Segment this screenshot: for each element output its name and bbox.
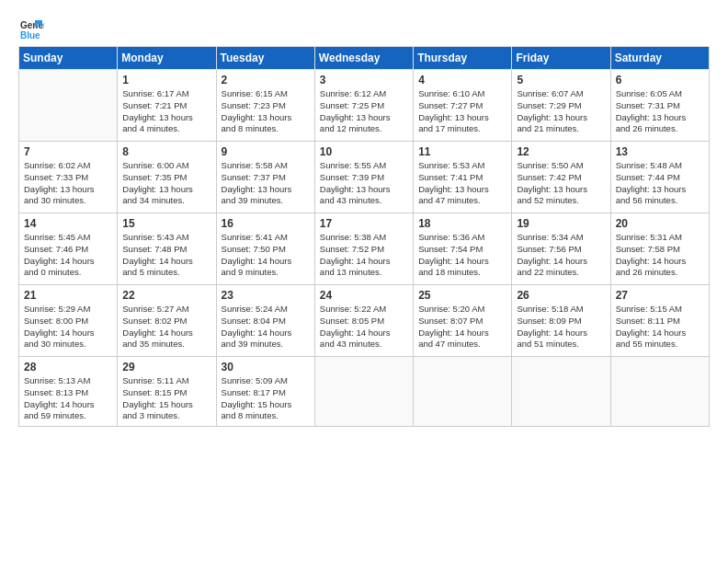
calendar-cell: 21Sunrise: 5:29 AMSunset: 8:00 PMDayligh… — [19, 285, 118, 357]
day-info: Sunrise: 6:05 AMSunset: 7:31 PMDaylight:… — [616, 88, 704, 135]
logo: General Blue — [18, 17, 44, 42]
day-info: Sunrise: 5:34 AMSunset: 7:56 PMDaylight:… — [517, 232, 605, 279]
calendar-cell: 10Sunrise: 5:55 AMSunset: 7:39 PMDayligh… — [314, 142, 413, 213]
day-number: 13 — [616, 145, 704, 158]
col-header-monday: Monday — [118, 47, 216, 70]
calendar-cell: 2Sunrise: 6:15 AMSunset: 7:23 PMDaylight… — [216, 70, 314, 142]
day-number: 16 — [222, 217, 310, 230]
calendar-cell — [19, 70, 118, 142]
day-info: Sunrise: 5:13 AMSunset: 8:13 PMDaylight:… — [24, 375, 112, 422]
calendar-cell: 25Sunrise: 5:20 AMSunset: 8:07 PMDayligh… — [414, 285, 512, 357]
day-info: Sunrise: 6:10 AMSunset: 7:27 PMDaylight:… — [418, 88, 506, 135]
calendar-cell — [414, 357, 512, 427]
day-number: 26 — [517, 289, 605, 302]
calendar-cell: 4Sunrise: 6:10 AMSunset: 7:27 PMDaylight… — [414, 70, 512, 142]
col-header-wednesday: Wednesday — [314, 47, 413, 70]
calendar-cell: 26Sunrise: 5:18 AMSunset: 8:09 PMDayligh… — [512, 285, 610, 357]
day-number: 9 — [222, 145, 310, 158]
day-info: Sunrise: 5:27 AMSunset: 8:02 PMDaylight:… — [122, 304, 210, 350]
calendar-cell: 12Sunrise: 5:50 AMSunset: 7:42 PMDayligh… — [512, 142, 610, 213]
day-info: Sunrise: 6:17 AMSunset: 7:21 PMDaylight:… — [122, 88, 210, 135]
day-info: Sunrise: 5:50 AMSunset: 7:42 PMDaylight:… — [517, 160, 605, 207]
day-info: Sunrise: 5:29 AMSunset: 8:00 PMDaylight:… — [24, 304, 112, 350]
day-info: Sunrise: 5:38 AMSunset: 7:52 PMDaylight:… — [320, 232, 408, 279]
day-info: Sunrise: 6:15 AMSunset: 7:23 PMDaylight:… — [222, 88, 310, 135]
day-info: Sunrise: 6:12 AMSunset: 7:25 PMDaylight:… — [320, 88, 408, 135]
calendar-cell: 18Sunrise: 5:36 AMSunset: 7:54 PMDayligh… — [414, 213, 512, 285]
day-info: Sunrise: 5:58 AMSunset: 7:37 PMDaylight:… — [222, 160, 310, 207]
day-number: 18 — [418, 217, 506, 230]
day-info: Sunrise: 5:45 AMSunset: 7:46 PMDaylight:… — [24, 232, 112, 279]
day-number: 3 — [320, 74, 408, 86]
calendar-cell: 13Sunrise: 5:48 AMSunset: 7:44 PMDayligh… — [610, 142, 709, 213]
day-info: Sunrise: 5:31 AMSunset: 7:58 PMDaylight:… — [616, 232, 704, 279]
day-info: Sunrise: 5:41 AMSunset: 7:50 PMDaylight:… — [222, 232, 310, 279]
day-info: Sunrise: 5:09 AMSunset: 8:17 PMDaylight:… — [222, 375, 310, 422]
day-number: 20 — [616, 217, 704, 230]
calendar-cell: 14Sunrise: 5:45 AMSunset: 7:46 PMDayligh… — [19, 213, 118, 285]
day-number: 24 — [320, 289, 408, 302]
calendar-cell: 28Sunrise: 5:13 AMSunset: 8:13 PMDayligh… — [19, 357, 118, 427]
calendar-cell: 11Sunrise: 5:53 AMSunset: 7:41 PMDayligh… — [414, 142, 512, 213]
col-header-thursday: Thursday — [414, 47, 512, 70]
day-info: Sunrise: 5:48 AMSunset: 7:44 PMDaylight:… — [616, 160, 704, 207]
day-info: Sunrise: 6:02 AMSunset: 7:33 PMDaylight:… — [24, 160, 112, 207]
day-number: 12 — [517, 145, 605, 158]
calendar-cell — [610, 357, 709, 427]
calendar-table: SundayMondayTuesdayWednesdayThursdayFrid… — [18, 46, 710, 427]
calendar-cell: 17Sunrise: 5:38 AMSunset: 7:52 PMDayligh… — [314, 213, 413, 285]
calendar-cell: 19Sunrise: 5:34 AMSunset: 7:56 PMDayligh… — [512, 213, 610, 285]
main-container: General Blue SundayMondayTuesdayWednesda… — [0, 0, 728, 436]
calendar-cell: 16Sunrise: 5:41 AMSunset: 7:50 PMDayligh… — [216, 213, 314, 285]
day-number: 4 — [418, 74, 506, 86]
calendar-cell: 30Sunrise: 5:09 AMSunset: 8:17 PMDayligh… — [216, 357, 314, 427]
calendar-cell: 8Sunrise: 6:00 AMSunset: 7:35 PMDaylight… — [118, 142, 216, 213]
day-number: 2 — [222, 74, 310, 86]
calendar-cell: 24Sunrise: 5:22 AMSunset: 8:05 PMDayligh… — [314, 285, 413, 357]
day-info: Sunrise: 5:15 AMSunset: 8:11 PMDaylight:… — [616, 304, 704, 350]
calendar-cell: 6Sunrise: 6:05 AMSunset: 7:31 PMDaylight… — [610, 70, 709, 142]
day-number: 29 — [122, 361, 210, 373]
calendar-cell: 29Sunrise: 5:11 AMSunset: 8:15 PMDayligh… — [118, 357, 216, 427]
day-number: 1 — [122, 74, 210, 86]
day-number: 27 — [616, 289, 704, 302]
day-number: 14 — [24, 217, 112, 230]
calendar-cell: 5Sunrise: 6:07 AMSunset: 7:29 PMDaylight… — [512, 70, 610, 142]
calendar-cell: 3Sunrise: 6:12 AMSunset: 7:25 PMDaylight… — [314, 70, 413, 142]
day-number: 30 — [222, 361, 310, 373]
calendar-cell — [512, 357, 610, 427]
calendar-cell — [314, 357, 413, 427]
calendar-cell: 9Sunrise: 5:58 AMSunset: 7:37 PMDaylight… — [216, 142, 314, 213]
day-number: 19 — [517, 217, 605, 230]
day-number: 23 — [222, 289, 310, 302]
calendar-cell: 15Sunrise: 5:43 AMSunset: 7:48 PMDayligh… — [118, 213, 216, 285]
calendar-cell: 22Sunrise: 5:27 AMSunset: 8:02 PMDayligh… — [118, 285, 216, 357]
day-info: Sunrise: 5:24 AMSunset: 8:04 PMDaylight:… — [222, 304, 310, 350]
day-number: 25 — [418, 289, 506, 302]
day-number: 21 — [24, 289, 112, 302]
day-number: 7 — [24, 145, 112, 158]
day-info: Sunrise: 5:20 AMSunset: 8:07 PMDaylight:… — [418, 304, 506, 350]
day-info: Sunrise: 6:07 AMSunset: 7:29 PMDaylight:… — [517, 88, 605, 135]
day-number: 28 — [24, 361, 112, 373]
day-number: 6 — [616, 74, 704, 86]
day-number: 5 — [517, 74, 605, 86]
day-info: Sunrise: 5:55 AMSunset: 7:39 PMDaylight:… — [320, 160, 408, 207]
day-number: 17 — [320, 217, 408, 230]
day-info: Sunrise: 5:53 AMSunset: 7:41 PMDaylight:… — [418, 160, 506, 207]
day-info: Sunrise: 5:11 AMSunset: 8:15 PMDaylight:… — [122, 375, 210, 422]
calendar-cell: 20Sunrise: 5:31 AMSunset: 7:58 PMDayligh… — [610, 213, 709, 285]
day-info: Sunrise: 6:00 AMSunset: 7:35 PMDaylight:… — [122, 160, 210, 207]
col-header-saturday: Saturday — [610, 47, 709, 70]
col-header-friday: Friday — [512, 47, 610, 70]
day-number: 22 — [122, 289, 210, 302]
header-row: General Blue — [18, 17, 710, 42]
calendar-cell: 7Sunrise: 6:02 AMSunset: 7:33 PMDaylight… — [19, 142, 118, 213]
day-info: Sunrise: 5:36 AMSunset: 7:54 PMDaylight:… — [418, 232, 506, 279]
svg-text:Blue: Blue — [20, 30, 40, 40]
day-number: 10 — [320, 145, 408, 158]
logo-icon: General Blue — [18, 17, 44, 42]
col-header-tuesday: Tuesday — [216, 47, 314, 70]
day-info: Sunrise: 5:18 AMSunset: 8:09 PMDaylight:… — [517, 304, 605, 350]
calendar-cell: 27Sunrise: 5:15 AMSunset: 8:11 PMDayligh… — [610, 285, 709, 357]
